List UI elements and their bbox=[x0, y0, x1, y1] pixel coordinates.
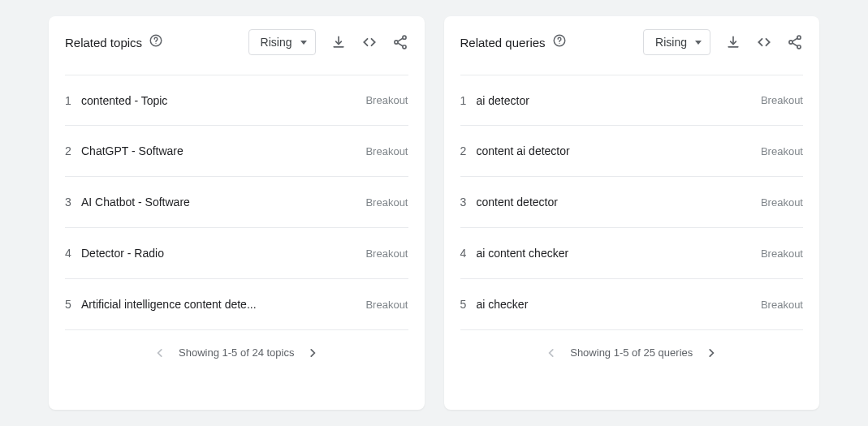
header-actions bbox=[330, 34, 408, 50]
rank: 4 bbox=[65, 247, 81, 260]
panel-header: Related topics Rising bbox=[49, 16, 425, 75]
next-page-button[interactable] bbox=[307, 347, 318, 359]
item-label: Artificial intelligence content dete... bbox=[81, 298, 365, 311]
caret-down-icon bbox=[695, 41, 702, 45]
metric: Breakout bbox=[761, 196, 803, 209]
sort-label: Rising bbox=[655, 36, 687, 49]
next-page-button[interactable] bbox=[706, 347, 717, 359]
panel-title: Related queries bbox=[460, 36, 546, 49]
metric: Breakout bbox=[365, 299, 408, 311]
related-queries-panel: Related queries Rising 1 ai detector Bre… bbox=[444, 16, 820, 410]
list-item[interactable]: 5 Artificial intelligence content dete..… bbox=[65, 279, 408, 330]
item-label: AI Chatbot - Software bbox=[81, 196, 365, 209]
list-item[interactable]: 2 ChatGPT - Software Breakout bbox=[65, 126, 408, 177]
metric: Breakout bbox=[365, 247, 408, 260]
item-label: ai checker bbox=[477, 298, 761, 311]
sort-label: Rising bbox=[261, 36, 292, 49]
embed-icon[interactable] bbox=[361, 34, 378, 50]
embed-icon[interactable] bbox=[756, 34, 772, 50]
sort-select[interactable]: Rising bbox=[248, 29, 316, 55]
list-item[interactable]: 2 content ai detector Breakout bbox=[460, 126, 804, 177]
svg-point-1 bbox=[156, 43, 157, 44]
rank: 1 bbox=[65, 94, 81, 107]
rank: 3 bbox=[65, 196, 81, 209]
list-item[interactable]: 3 AI Chatbot - Software Breakout bbox=[65, 177, 408, 228]
rank: 3 bbox=[460, 196, 477, 209]
list-item[interactable]: 4 Detector - Radio Breakout bbox=[65, 228, 408, 279]
item-label: contented - Topic bbox=[81, 94, 365, 107]
rank: 2 bbox=[65, 144, 81, 157]
item-label: ai detector bbox=[477, 94, 761, 107]
rank: 2 bbox=[460, 144, 477, 157]
rank: 4 bbox=[460, 247, 477, 260]
metric: Breakout bbox=[365, 196, 408, 209]
share-icon[interactable] bbox=[392, 34, 408, 50]
rank: 5 bbox=[460, 298, 477, 311]
metric: Breakout bbox=[761, 299, 803, 311]
pager: Showing 1-5 of 24 topics bbox=[49, 330, 425, 373]
header-actions bbox=[725, 34, 803, 50]
metric: Breakout bbox=[761, 247, 803, 260]
item-label: ChatGPT - Software bbox=[81, 144, 365, 157]
list-item[interactable]: 4 ai content checker Breakout bbox=[460, 228, 804, 279]
download-icon[interactable] bbox=[330, 34, 347, 50]
svg-point-6 bbox=[559, 43, 559, 44]
list-item[interactable]: 1 contented - Topic Breakout bbox=[65, 75, 408, 126]
caret-down-icon bbox=[300, 41, 307, 45]
pager: Showing 1-5 of 25 queries bbox=[444, 330, 820, 373]
list-item[interactable]: 1 ai detector Breakout bbox=[460, 75, 804, 126]
sort-select[interactable]: Rising bbox=[643, 29, 710, 55]
pager-text: Showing 1-5 of 25 queries bbox=[570, 346, 693, 359]
metric: Breakout bbox=[761, 94, 803, 106]
panel-title: Related topics bbox=[65, 36, 142, 49]
prev-page-button[interactable] bbox=[546, 347, 557, 359]
related-topics-panel: Related topics Rising 1 contented - Topi… bbox=[49, 16, 425, 410]
item-label: content ai detector bbox=[477, 144, 761, 157]
item-label: Detector - Radio bbox=[81, 247, 365, 260]
rank: 5 bbox=[65, 298, 81, 311]
help-icon[interactable] bbox=[142, 33, 163, 51]
metric: Breakout bbox=[365, 145, 408, 157]
metric: Breakout bbox=[761, 145, 803, 157]
download-icon[interactable] bbox=[725, 34, 741, 50]
rows-list: 1 contented - Topic Breakout 2 ChatGPT -… bbox=[49, 75, 425, 330]
rows-list: 1 ai detector Breakout 2 content ai dete… bbox=[444, 75, 820, 330]
pager-text: Showing 1-5 of 24 topics bbox=[179, 346, 294, 359]
share-icon[interactable] bbox=[787, 34, 803, 50]
rank: 1 bbox=[460, 94, 477, 107]
panel-header: Related queries Rising bbox=[444, 16, 820, 75]
list-item[interactable]: 5 ai checker Breakout bbox=[460, 279, 804, 330]
item-label: content detector bbox=[477, 196, 761, 209]
help-icon[interactable] bbox=[546, 33, 567, 51]
prev-page-button[interactable] bbox=[154, 347, 166, 359]
metric: Breakout bbox=[365, 94, 408, 106]
list-item[interactable]: 3 content detector Breakout bbox=[460, 177, 804, 228]
item-label: ai content checker bbox=[477, 247, 761, 260]
